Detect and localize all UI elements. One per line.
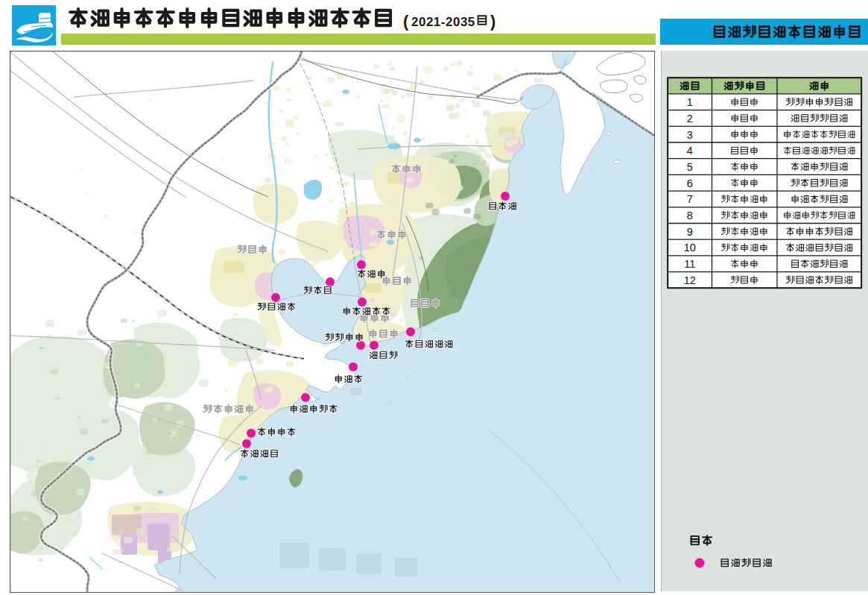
svg-text:): ) (490, 12, 495, 31)
svg-text:10: 10 (684, 242, 696, 254)
svg-text:9: 9 (687, 226, 693, 238)
svg-text:12: 12 (684, 274, 696, 286)
svg-text:5: 5 (687, 161, 693, 173)
svg-text:7: 7 (687, 193, 693, 205)
svg-text:11: 11 (684, 258, 695, 270)
svg-text:6: 6 (687, 177, 693, 189)
svg-text:3: 3 (687, 129, 693, 141)
svg-text:2: 2 (687, 113, 693, 125)
svg-text:2021-2035: 2021-2035 (411, 15, 475, 29)
svg-text:1: 1 (687, 96, 693, 108)
svg-text:(: ( (403, 12, 409, 31)
svg-text:4: 4 (687, 145, 693, 157)
svg-text:8: 8 (687, 210, 693, 221)
